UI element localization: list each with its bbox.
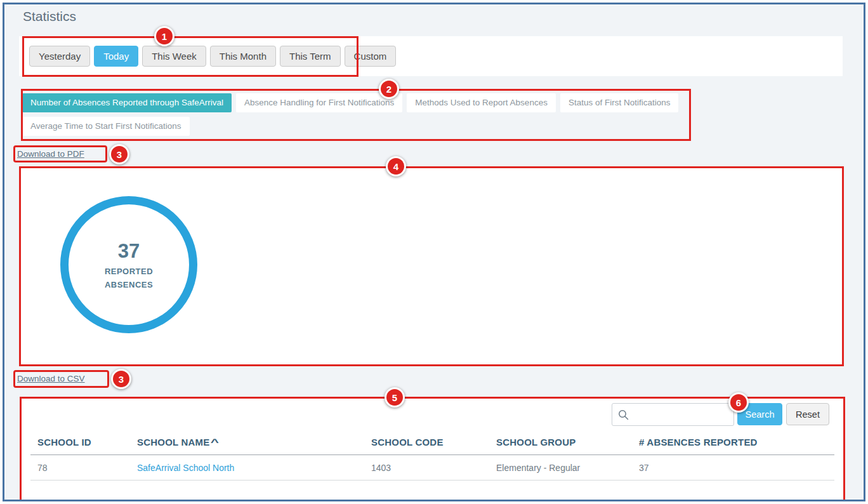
report-tabs-row-2: Average Time to Start First Notification… xyxy=(22,117,190,136)
column-header-school-name[interactable]: SCHOOL NAME^ xyxy=(137,437,218,448)
column-header-label: SCHOOL CODE xyxy=(371,437,444,448)
donut-label-line1: REPORTED xyxy=(105,267,153,275)
cell-school-id: 78 xyxy=(37,463,48,473)
header-divider xyxy=(30,454,834,455)
period-filter-bar: Yesterday Today This Week This Month Thi… xyxy=(19,36,843,76)
period-button-custom[interactable]: Custom xyxy=(345,46,397,67)
column-header-label: # ABSENCES REPORTED xyxy=(639,437,758,448)
column-header-label: SCHOOL NAME xyxy=(137,437,209,448)
sort-ascending-icon: ^ xyxy=(211,437,219,448)
donut-value: 37 xyxy=(118,241,140,262)
period-button-this-month[interactable]: This Month xyxy=(210,46,276,67)
tab-number-of-absences[interactable]: Number of Absences Reported through Safe… xyxy=(22,93,232,112)
cell-absences-reported: 37 xyxy=(639,463,649,473)
schools-table-panel: Search Reset SCHOOL ID SCHOOL NAME^ SCHO… xyxy=(20,397,845,501)
school-name-link[interactable]: SafeArrival School North xyxy=(137,463,234,473)
column-header-label: SCHOOL GROUP xyxy=(496,437,575,448)
chart-panel: 37 REPORTED ABSENCES xyxy=(19,166,844,366)
period-button-today[interactable]: Today xyxy=(94,46,138,67)
reset-button[interactable]: Reset xyxy=(786,403,829,425)
column-header-absences-reported[interactable]: # ABSENCES REPORTED xyxy=(639,437,758,448)
donut-label-line2: ABSENCES xyxy=(105,281,153,289)
tab-methods-used[interactable]: Methods Used to Report Absences xyxy=(407,93,556,112)
row-divider xyxy=(30,480,834,481)
reported-absences-donut: 37 REPORTED ABSENCES xyxy=(60,196,197,333)
cell-school-group: Elementary - Regular xyxy=(496,463,580,473)
tab-average-time[interactable]: Average Time to Start First Notification… xyxy=(22,117,190,136)
cell-school-code: 1403 xyxy=(371,463,391,473)
column-header-school-code[interactable]: SCHOOL CODE xyxy=(371,437,444,448)
page-title: Statistics xyxy=(23,9,76,24)
search-input[interactable] xyxy=(612,404,733,425)
tab-absence-handling[interactable]: Absence Handling for First Notifications xyxy=(236,93,402,112)
period-button-this-term[interactable]: This Term xyxy=(280,46,341,67)
download-to-csv-link[interactable]: Download to CSV xyxy=(17,374,85,383)
tab-status-first-notifications[interactable]: Status of First Notifications xyxy=(560,93,679,112)
column-header-school-group[interactable]: SCHOOL GROUP xyxy=(496,437,575,448)
report-tabs-row-1: Number of Absences Reported through Safe… xyxy=(22,93,678,112)
download-to-pdf-link[interactable]: Download to PDF xyxy=(17,149,84,159)
column-header-label: SCHOOL ID xyxy=(37,437,91,448)
period-button-this-week[interactable]: This Week xyxy=(142,46,206,67)
search-button[interactable]: Search xyxy=(737,403,782,425)
table-search-field[interactable] xyxy=(612,403,734,426)
column-header-school-id[interactable]: SCHOOL ID xyxy=(37,437,91,448)
period-button-yesterday[interactable]: Yesterday xyxy=(29,46,90,67)
